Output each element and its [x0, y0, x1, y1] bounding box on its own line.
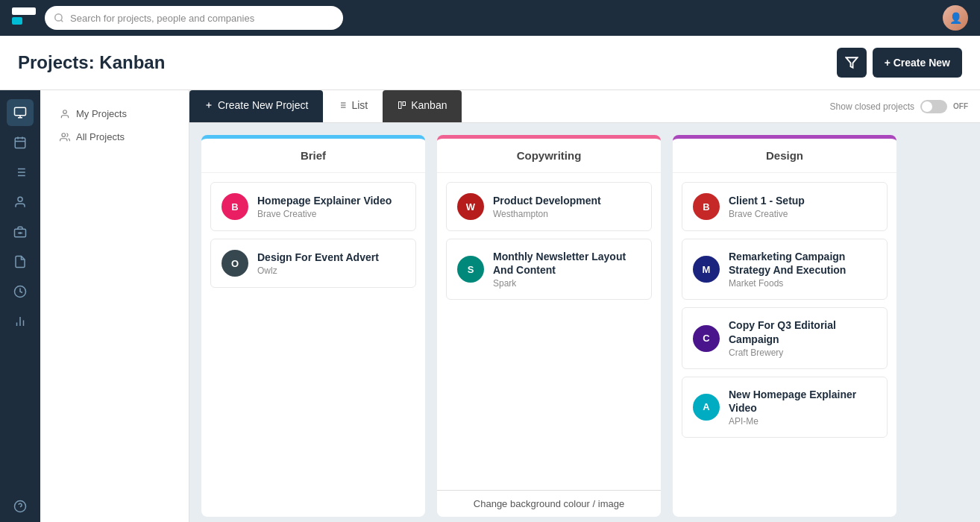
card-avatar-copy-q3: C	[693, 325, 720, 352]
sidebar-item-help[interactable]	[7, 493, 34, 520]
sidebar-item-calendar[interactable]	[7, 129, 34, 156]
logo-bottom-left	[12, 17, 22, 25]
column-brief: BriefBHomepage Explainer VideoBrave Crea…	[201, 135, 425, 517]
card-subtitle-remarketing-campaign: Market Foods	[729, 278, 876, 289]
svg-marker-2	[846, 57, 857, 68]
card-title-product-development: Product Development	[493, 194, 641, 207]
svg-rect-37	[403, 102, 406, 106]
svg-point-0	[55, 14, 62, 21]
card-title-design-event-advert: Design For Event Advert	[257, 251, 405, 264]
card-content-monthly-newsletter: Monthly Newsletter Layout And ContentSpa…	[493, 250, 641, 289]
card-title-copy-q3: Copy For Q3 Editorial Campaign	[729, 318, 876, 345]
column-cards-design: BClient 1 - SetupBrave CreativeMRemarket…	[673, 173, 896, 517]
card-copy-q3[interactable]: CCopy For Q3 Editorial CampaignCraft Bre…	[682, 307, 888, 368]
tab-kanban-label: Kanban	[411, 99, 447, 111]
card-subtitle-product-development: Westhampton	[493, 209, 641, 219]
tab-list-label: List	[351, 99, 368, 111]
left-panel: My Projects All Projects	[40, 90, 189, 522]
page-header: Projects: Kanban + Create New	[0, 36, 980, 90]
card-content-remarketing-campaign: Remarketing Campaign Strategy And Execut…	[729, 250, 876, 289]
card-client1-setup[interactable]: BClient 1 - SetupBrave Creative	[682, 182, 888, 231]
toggle-off-label: OFF	[953, 102, 968, 110]
search-bar[interactable]: Search for projects, people and companie…	[45, 6, 343, 30]
sidebar	[0, 90, 40, 522]
filter-button[interactable]	[837, 48, 867, 78]
topbar-right: 👤	[943, 5, 968, 31]
logo	[12, 7, 36, 28]
person-icon	[60, 109, 70, 119]
right-content: Create New Project List Kanban Show clos…	[189, 90, 980, 522]
plus-icon	[204, 101, 213, 110]
svg-rect-6	[15, 138, 25, 148]
card-subtitle-homepage-explainer: Brave Creative	[257, 209, 405, 219]
card-content-copy-q3: Copy For Q3 Editorial CampaignCraft Brew…	[729, 318, 876, 357]
toggle-off[interactable]	[920, 100, 947, 113]
card-avatar-new-homepage-explainer: A	[693, 394, 720, 421]
card-avatar-client1-setup: B	[693, 193, 720, 220]
card-design-event-advert[interactable]: ODesign For Event AdvertOwlz	[210, 239, 416, 288]
search-placeholder: Search for projects, people and companie…	[70, 13, 254, 24]
show-closed-label: Show closed projects	[830, 101, 914, 112]
column-design: DesignBClient 1 - SetupBrave CreativeMRe…	[673, 135, 896, 517]
show-closed-toggle: Show closed projects OFF	[830, 100, 980, 113]
card-monthly-newsletter[interactable]: SMonthly Newsletter Layout And ContentSp…	[446, 239, 652, 300]
tab-kanban[interactable]: Kanban	[383, 90, 462, 122]
svg-rect-3	[15, 107, 26, 116]
sidebar-item-my-projects[interactable]: My Projects	[52, 102, 177, 125]
card-avatar-remarketing-campaign: M	[693, 256, 720, 283]
all-projects-label: All Projects	[76, 131, 125, 142]
card-avatar-design-event-advert: O	[222, 250, 248, 277]
svg-rect-36	[399, 102, 402, 109]
sidebar-item-timer[interactable]	[7, 278, 34, 305]
card-avatar-monthly-newsletter: S	[457, 256, 484, 283]
tab-create-label: Create New Project	[218, 99, 308, 111]
card-title-remarketing-campaign: Remarketing Campaign Strategy And Execut…	[729, 250, 876, 277]
page-title: Projects: Kanban	[18, 52, 837, 73]
sidebar-item-list[interactable]	[7, 159, 34, 186]
tab-bar: Create New Project List Kanban Show clos…	[189, 90, 980, 123]
sidebar-item-documents[interactable]	[7, 248, 34, 275]
card-new-homepage-explainer[interactable]: ANew Homepage Explainer VideoAPI-Me	[682, 377, 888, 438]
topbar: Search for projects, people and companie…	[0, 0, 980, 36]
sidebar-item-all-projects[interactable]: All Projects	[52, 125, 177, 148]
my-projects-label: My Projects	[76, 108, 127, 119]
column-header-brief: Brief	[201, 139, 425, 173]
column-copywriting: CopywritingWProduct DevelopmentWesthampt…	[437, 135, 661, 517]
avatar[interactable]: 👤	[943, 5, 968, 31]
tab-create-new-project[interactable]: Create New Project	[189, 90, 323, 122]
create-new-button[interactable]: + Create New	[873, 48, 962, 78]
card-avatar-homepage-explainer: B	[222, 193, 248, 220]
svg-point-27	[62, 133, 66, 136]
card-subtitle-new-homepage-explainer: API-Me	[729, 416, 876, 427]
list-icon	[338, 101, 347, 110]
svg-line-1	[61, 20, 63, 22]
card-subtitle-client1-setup: Brave Creative	[729, 209, 876, 219]
card-product-development[interactable]: WProduct DevelopmentWesthampton	[446, 182, 652, 231]
card-remarketing-campaign[interactable]: MRemarketing Campaign Strategy And Execu…	[682, 239, 888, 300]
card-content-new-homepage-explainer: New Homepage Explainer VideoAPI-Me	[729, 388, 876, 427]
card-title-homepage-explainer: Homepage Explainer Video	[257, 194, 405, 207]
sidebar-item-inbox[interactable]	[7, 99, 34, 126]
content-with-panel: My Projects All Projects Create New Pro	[40, 90, 980, 522]
card-subtitle-copy-q3: Craft Brewery	[729, 348, 876, 358]
group-icon	[60, 132, 70, 142]
svg-point-26	[63, 110, 67, 113]
sidebar-item-people[interactable]	[7, 189, 34, 216]
change-bg-bar[interactable]: Change background colour / image	[437, 490, 661, 517]
card-title-client1-setup: Client 1 - Setup	[729, 194, 876, 207]
tab-list[interactable]: List	[323, 90, 383, 122]
sidebar-item-reports[interactable]	[7, 308, 34, 335]
card-content-homepage-explainer: Homepage Explainer VideoBrave Creative	[257, 194, 405, 219]
svg-point-16	[18, 197, 22, 201]
column-header-copywriting: Copywriting	[437, 139, 661, 173]
card-content-client1-setup: Client 1 - SetupBrave Creative	[729, 194, 876, 219]
header-actions: + Create New	[837, 48, 962, 78]
filter-icon	[845, 56, 858, 69]
logo-top	[12, 7, 36, 15]
sidebar-item-companies[interactable]	[7, 218, 34, 245]
card-content-design-event-advert: Design For Event AdvertOwlz	[257, 251, 405, 276]
card-title-new-homepage-explainer: New Homepage Explainer Video	[729, 388, 876, 415]
column-header-design: Design	[673, 139, 896, 173]
card-homepage-explainer[interactable]: BHomepage Explainer VideoBrave Creative	[210, 182, 416, 231]
kanban-icon	[398, 101, 406, 110]
